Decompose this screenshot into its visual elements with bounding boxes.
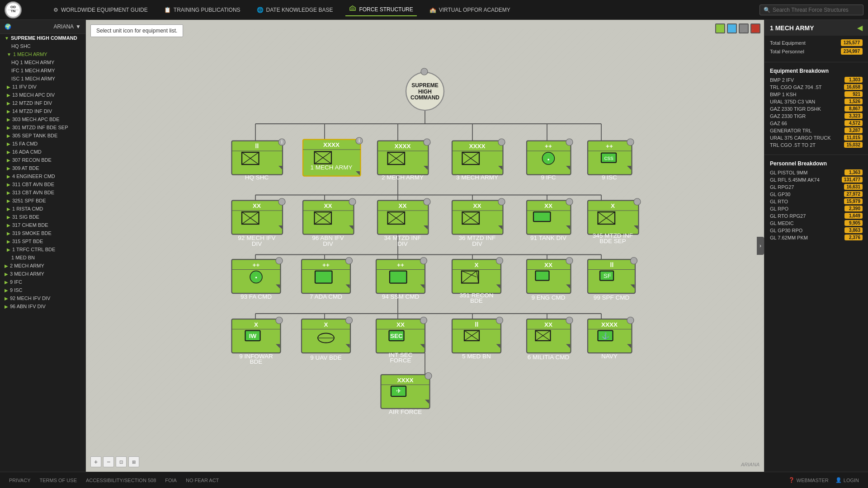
equipment-item: BMP 1 KSH921 bbox=[770, 91, 863, 97]
svg-text:++: ++ bbox=[606, 143, 613, 150]
sidebar-item-hq-shc[interactable]: HQ SHC bbox=[0, 42, 85, 50]
footer-links: PRIVACY TERMS OF USE ACCESSIBILITY/SECTI… bbox=[9, 478, 219, 483]
expand-panel-button[interactable]: › bbox=[757, 237, 764, 255]
sidebar-item-1-med[interactable]: 1 MED BN bbox=[0, 253, 85, 262]
equipment-item: GAZ 2330 TIGR DSHK8,867 bbox=[770, 106, 863, 112]
svg-text:DIV: DIV bbox=[323, 240, 333, 247]
node-94-ssm[interactable]: ++ 94 SSM CMD bbox=[376, 258, 427, 300]
svg-text:XX: XX bbox=[544, 321, 552, 328]
nav-training[interactable]: 📋 TRAINING PUBLICATIONS bbox=[160, 5, 244, 15]
sidebar-item-315-spt[interactable]: ▶ 315 SPT BDE bbox=[0, 237, 85, 245]
svg-point-115 bbox=[349, 198, 356, 205]
footer-foia[interactable]: FOIA bbox=[165, 478, 177, 483]
node-6-militia[interactable]: XX 6 MILITIA CMD bbox=[527, 317, 573, 361]
sidebar-item-309-at[interactable]: ▶ 309 AT BDE bbox=[0, 164, 85, 172]
sidebar-item-4-engineer[interactable]: ▶ 4 ENGINEER CMD bbox=[0, 172, 85, 180]
sidebar-item-31-sig[interactable]: ▶ 31 SIG BDE bbox=[0, 213, 85, 221]
svg-text:XX: XX bbox=[544, 202, 552, 209]
sidebar-item-9-ifc[interactable]: ▶ 9 IFC bbox=[0, 278, 85, 286]
svg-text:ⅠⅠ: ⅠⅠ bbox=[255, 143, 259, 150]
svg-point-174 bbox=[420, 258, 427, 264]
webmaster-link[interactable]: ❓ WEBMASTER bbox=[788, 477, 829, 483]
footer-privacy[interactable]: PRIVACY bbox=[9, 478, 30, 483]
personnel-item: GL PISTOL 9MM1,363 bbox=[770, 169, 863, 175]
personnel-item: GL RPG2716,631 bbox=[770, 184, 863, 190]
svg-point-260 bbox=[425, 373, 432, 380]
svg-text:BDE: BDE bbox=[470, 297, 483, 304]
node-5-med[interactable]: ⅠⅠ 5 MED BN bbox=[452, 317, 503, 360]
node-2-mech-army[interactable]: XXXX 2 MECH ARMY bbox=[377, 139, 430, 181]
search-box[interactable]: 🔍 bbox=[760, 5, 863, 15]
sidebar-item-13-mech[interactable]: ▶ 13 MECH APC DIV bbox=[0, 91, 85, 99]
sidebar-item-305-tank[interactable]: ▶ 305 SEP TANK BDE bbox=[0, 131, 85, 140]
sidebar-item-1-trfc[interactable]: ▶ 1 TRFC CTRL BDE bbox=[0, 245, 85, 253]
svg-text:XXXX: XXXX bbox=[601, 321, 618, 328]
node-7-ada[interactable]: ++ 7 ADA CMD bbox=[302, 258, 353, 300]
footer-terms[interactable]: TERMS OF USE bbox=[39, 478, 77, 483]
search-input[interactable] bbox=[773, 7, 859, 13]
node-345-bde[interactable]: X 345 MTZD INF BDE SEP bbox=[588, 198, 641, 244]
sidebar-item-3251-spf[interactable]: ▶ 3251 SPF BDE bbox=[0, 197, 85, 205]
webmaster-icon: ❓ bbox=[788, 477, 795, 483]
svg-text:XX: XX bbox=[473, 202, 481, 209]
sidebar-item-12-mtzd[interactable]: ▶ 12 MTZD INF DIV bbox=[0, 99, 85, 107]
nav-force-structure[interactable]: FORCE STRUCTURE bbox=[345, 3, 416, 16]
sidebar-item-14-mtzd[interactable]: ▶ 14 MTZD INF DIV bbox=[0, 107, 85, 115]
sidebar-item-307-recon[interactable]: ▶ 307 RECON BDE bbox=[0, 156, 85, 164]
svg-point-217 bbox=[346, 317, 353, 324]
sidebar-item-9-isc[interactable]: ▶ 9 ISC bbox=[0, 286, 85, 294]
svg-text:94 SSM CMD: 94 SSM CMD bbox=[382, 293, 420, 300]
sidebar-item-96-abn[interactable]: ▶ 96 ABN IFV DIV bbox=[0, 302, 85, 310]
equipment-icon: ⚙ bbox=[53, 7, 58, 13]
sidebar-item-92-mech[interactable]: ▶ 92 MECH IFV DIV bbox=[0, 294, 85, 302]
nav-opfor[interactable]: 🏫 VIRTUAL OPFOR ACADEMY bbox=[426, 5, 514, 15]
svg-text:1 MECH ARMY: 1 MECH ARMY bbox=[310, 164, 352, 171]
nav-knowledge[interactable]: 🌐 DATE KNOWLEDGE BASE bbox=[253, 5, 337, 15]
sidebar-item-317-chem[interactable]: ▶ 317 CHEM BDE bbox=[0, 221, 85, 229]
svg-text:6 MILITIA CMD: 6 MILITIA CMD bbox=[528, 354, 570, 361]
sidebar-item-15-fa[interactable]: ▶ 15 FA CMD bbox=[0, 140, 85, 148]
sidebar-item-ifc-1-mech[interactable]: IFC 1 MECH ARMY bbox=[0, 66, 85, 75]
region-dropdown[interactable]: ARIANA ▼ bbox=[53, 23, 81, 30]
sidebar-item-1-mech-army[interactable]: ▼ 1 MECH ARMY bbox=[0, 50, 85, 58]
node-1-mech-army[interactable]: XXXX 1 MECH ARMY i bbox=[303, 137, 363, 176]
zoom-fit-button[interactable]: ⊡ bbox=[116, 456, 127, 467]
sidebar-item-isc-1-mech[interactable]: ISC 1 MECH ARMY bbox=[0, 75, 85, 83]
sidebar-item-319-smoke[interactable]: ▶ 319 SMOKE BDE bbox=[0, 229, 85, 237]
login-link[interactable]: 👤 LOGIN bbox=[835, 477, 859, 483]
sidebar-item-11-ifv[interactable]: ▶ 11 IFV DIV bbox=[0, 83, 85, 91]
node-9-isc[interactable]: ++ css 9 ISC bbox=[588, 139, 634, 181]
svg-text:XX: XX bbox=[398, 202, 406, 209]
zoom-in-button[interactable]: + bbox=[90, 456, 101, 467]
svg-text:DIV: DIV bbox=[397, 240, 408, 247]
chevron-down-icon: ▼ bbox=[75, 23, 81, 30]
node-9-ifc[interactable]: ++ • 9 IFC bbox=[527, 139, 573, 181]
app-logo[interactable]: OD TN bbox=[5, 1, 41, 19]
node-navy[interactable]: XXXX ⚓ NAVY bbox=[588, 317, 634, 360]
sidebar-item-1-rista[interactable]: ▶ 1 RISTA CMD bbox=[0, 205, 85, 213]
svg-text:i: i bbox=[281, 138, 283, 145]
node-91-tank[interactable]: XX 91 TANK DIV bbox=[527, 198, 573, 241]
footer-accessibility[interactable]: ACCESSIBILITY/SECTION 508 bbox=[86, 478, 156, 483]
sidebar-tree: ▼ SUPREME HIGH COMMAND HQ SHC ▼ 1 MECH A… bbox=[0, 34, 85, 310]
sidebar-item-303-mech[interactable]: ▶ 303 MECH APC BDE bbox=[0, 115, 85, 123]
sidebar-item-16-ada[interactable]: ▶ 16 ADA CMD bbox=[0, 148, 85, 156]
logo-icon: OD TN bbox=[5, 1, 22, 19]
equipment-list: BMP 2 IFV1,303TRL CGO GAZ 704 .5T16,658B… bbox=[770, 77, 863, 148]
footer-no-fear[interactable]: NO FEAR ACT bbox=[186, 478, 219, 483]
svg-text:91 TANK DIV: 91 TANK DIV bbox=[530, 235, 566, 241]
sidebar-item-hq-1-mech[interactable]: HQ 1 MECH ARMY bbox=[0, 58, 85, 66]
sidebar-item-2-mech-army[interactable]: ▶ 2 MECH ARMY bbox=[0, 262, 85, 270]
zoom-reset-button[interactable]: ⊞ bbox=[128, 456, 139, 467]
zoom-out-button[interactable]: − bbox=[103, 456, 114, 467]
sidebar-item-3-mech-army[interactable]: ▶ 3 MECH ARMY bbox=[0, 270, 85, 278]
node-93-fa[interactable]: ++ • 93 FA CMD bbox=[232, 258, 283, 300]
sidebar-item-supreme[interactable]: ▼ SUPREME HIGH COMMAND bbox=[0, 34, 85, 42]
node-hq-shc[interactable]: ⅠⅠ HQ SHC i bbox=[232, 138, 286, 181]
sidebar-item-313-cbt[interactable]: ▶ 313 CBT AVN BDE bbox=[0, 188, 85, 197]
node-air-force[interactable]: XXXX ✈ AIR FORCE bbox=[381, 373, 432, 416]
sidebar-item-301-mtzd[interactable]: ▶ 301 MTZD INF BDE SEP bbox=[0, 123, 85, 131]
node-3-mech-army[interactable]: XXXX 3 MECH ARMY bbox=[452, 139, 505, 181]
sidebar-item-311-cbt[interactable]: ▶ 311 CBT AVN BDE bbox=[0, 180, 85, 188]
nav-equipment[interactable]: ⚙ WORLDWIDE EQUIPMENT GUIDE bbox=[50, 5, 151, 15]
